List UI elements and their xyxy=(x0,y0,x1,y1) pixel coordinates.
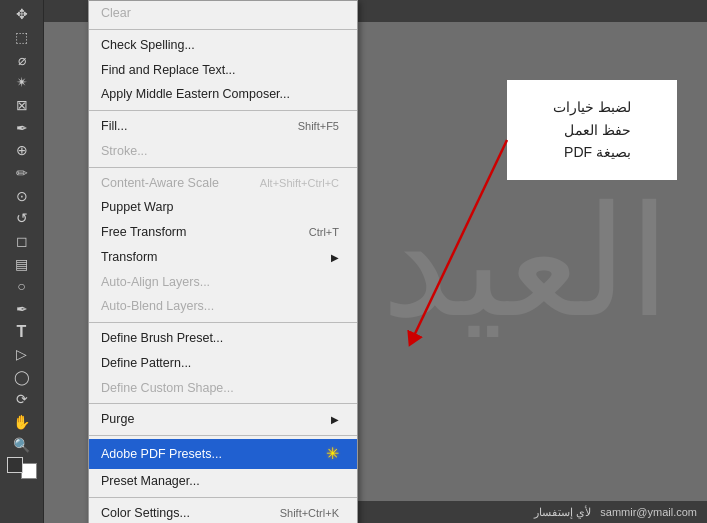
tool-text[interactable]: T xyxy=(7,321,37,342)
svg-text:العيد: العيد xyxy=(381,179,671,348)
menu-item-apply-composer[interactable]: Apply Middle Eastern Composer... xyxy=(89,82,357,107)
toolbar: ✥ ⬚ ⌀ ✴ ⊠ ✒ ⊕ ✏ ⊙ ↺ ◻ ▤ ○ ✒ T ▷ ◯ ⟳ ✋ 🔍 xyxy=(0,0,44,523)
tool-magic-wand[interactable]: ✴ xyxy=(7,72,37,93)
separator-2 xyxy=(89,110,357,111)
menu-item-adobe-pdf-label: Adobe PDF Presets... xyxy=(101,445,222,464)
highlight-star: ✳ xyxy=(326,442,339,466)
menu-item-free-transform-label: Free Transform xyxy=(101,223,186,242)
separator-4 xyxy=(89,322,357,323)
menu-item-clear[interactable]: Clear xyxy=(89,1,357,26)
menu-item-auto-blend-label: Auto-Blend Layers... xyxy=(101,297,214,316)
menu-item-puppet-warp-label: Puppet Warp xyxy=(101,198,174,217)
info-box: لضبط خيارات حفظ العمل بصيغة PDF xyxy=(507,80,677,180)
menu-item-color-settings-label: Color Settings... xyxy=(101,504,190,523)
tool-clone[interactable]: ⊙ xyxy=(7,185,37,206)
canvas-area: العيد لضبط خيارات حفظ العمل بصيغة PDF xyxy=(344,30,707,493)
tool-pen[interactable]: ✒ xyxy=(7,299,37,320)
menu-item-define-shape[interactable]: Define Custom Shape... xyxy=(89,376,357,401)
statusbar-email: sammir@ymail.com xyxy=(600,506,697,518)
tool-zoom[interactable]: 🔍 xyxy=(7,434,37,455)
tool-dodge[interactable]: ○ xyxy=(7,276,37,297)
tool-history[interactable]: ↺ xyxy=(7,208,37,229)
menu-item-puppet-warp[interactable]: Puppet Warp xyxy=(89,195,357,220)
menu-item-auto-blend[interactable]: Auto-Blend Layers... xyxy=(89,294,357,319)
main-area: العيد لضبط خيارات حفظ العمل بصيغة PDF Cl… xyxy=(44,0,707,523)
menu-item-free-transform[interactable]: Free Transform Ctrl+T xyxy=(89,220,357,245)
color-swatches[interactable] xyxy=(7,457,37,483)
info-line3: بصيغة PDF xyxy=(553,141,631,163)
menu-item-auto-align-label: Auto-Align Layers... xyxy=(101,273,210,292)
menu-item-clear-label: Clear xyxy=(101,4,131,23)
menu-item-purge[interactable]: Purge ▶ xyxy=(89,407,357,432)
transform-submenu-arrow: ▶ xyxy=(331,250,339,265)
menu-item-adobe-pdf[interactable]: Adobe PDF Presets... ✳ xyxy=(89,439,357,469)
menu-item-define-brush-label: Define Brush Preset... xyxy=(101,329,223,348)
menu-item-define-pattern-label: Define Pattern... xyxy=(101,354,191,373)
menu-item-preset-manager-label: Preset Manager... xyxy=(101,472,200,491)
separator-7 xyxy=(89,497,357,498)
tool-eyedropper[interactable]: ✒ xyxy=(7,117,37,138)
tool-shape[interactable]: ◯ xyxy=(7,367,37,388)
menu-item-auto-align[interactable]: Auto-Align Layers... xyxy=(89,270,357,295)
menu-item-transform-label: Transform xyxy=(101,248,158,267)
statusbar-contact: sammir@ymail.com لأي إستفسار xyxy=(534,506,697,519)
separator-3 xyxy=(89,167,357,168)
menu-item-color-settings[interactable]: Color Settings... Shift+Ctrl+K xyxy=(89,501,357,523)
menu-item-apply-composer-label: Apply Middle Eastern Composer... xyxy=(101,85,290,104)
menu-item-content-aware[interactable]: Content-Aware Scale Alt+Shift+Ctrl+C xyxy=(89,171,357,196)
menu-item-define-shape-label: Define Custom Shape... xyxy=(101,379,234,398)
menu-item-stroke[interactable]: Stroke... xyxy=(89,139,357,164)
statusbar-label: لأي إستفسار xyxy=(534,506,591,518)
tool-healing[interactable]: ⊕ xyxy=(7,140,37,161)
info-box-text: لضبط خيارات حفظ العمل بصيغة PDF xyxy=(553,96,631,163)
menu-item-content-aware-label: Content-Aware Scale xyxy=(101,174,219,193)
menu-item-preset-manager[interactable]: Preset Manager... xyxy=(89,469,357,494)
menu-item-define-brush[interactable]: Define Brush Preset... xyxy=(89,326,357,351)
separator-5 xyxy=(89,403,357,404)
tool-marquee[interactable]: ⬚ xyxy=(7,27,37,48)
tool-brush[interactable]: ✏ xyxy=(7,163,37,184)
menu-item-purge-label: Purge xyxy=(101,410,134,429)
separator-1 xyxy=(89,29,357,30)
menu-item-check-spelling[interactable]: Check Spelling... xyxy=(89,33,357,58)
info-line2: حفظ العمل xyxy=(553,119,631,141)
menu-item-stroke-label: Stroke... xyxy=(101,142,148,161)
tool-path-select[interactable]: ▷ xyxy=(7,344,37,365)
menu-item-transform[interactable]: Transform ▶ xyxy=(89,245,357,270)
tool-gradient[interactable]: ▤ xyxy=(7,253,37,274)
purge-submenu-arrow: ▶ xyxy=(331,412,339,427)
menu-item-find-replace[interactable]: Find and Replace Text... xyxy=(89,58,357,83)
info-line1: لضبط خيارات xyxy=(553,96,631,118)
tool-crop[interactable]: ⊠ xyxy=(7,95,37,116)
menu-item-find-replace-label: Find and Replace Text... xyxy=(101,61,236,80)
tool-hand[interactable]: ✋ xyxy=(7,412,37,433)
tool-eraser[interactable]: ◻ xyxy=(7,231,37,252)
menu-item-define-pattern[interactable]: Define Pattern... xyxy=(89,351,357,376)
menu-item-fill[interactable]: Fill... Shift+F5 xyxy=(89,114,357,139)
menu-item-check-spelling-label: Check Spelling... xyxy=(101,36,195,55)
menu-item-fill-label: Fill... xyxy=(101,117,127,136)
tool-move[interactable]: ✥ xyxy=(7,4,37,25)
tool-lasso[interactable]: ⌀ xyxy=(7,49,37,70)
dropdown-menu: Clear Check Spelling... Find and Replace… xyxy=(88,0,358,523)
separator-6 xyxy=(89,435,357,436)
tool-3d[interactable]: ⟳ xyxy=(7,389,37,410)
